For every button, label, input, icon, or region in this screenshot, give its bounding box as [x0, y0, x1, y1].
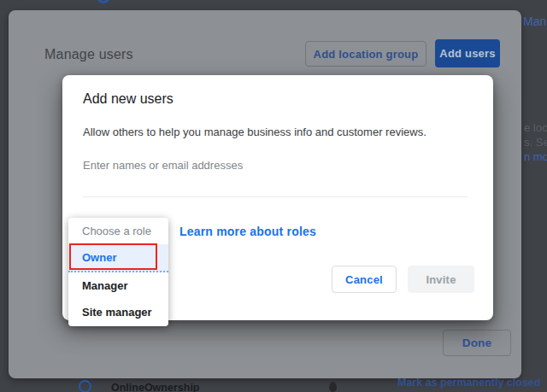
invite-button[interactable]: Invite — [408, 266, 474, 293]
location-status-icon — [79, 380, 91, 392]
role-option-placeholder[interactable]: Choose a role — [68, 218, 168, 244]
cancel-button[interactable]: Cancel — [332, 266, 397, 293]
dialog-title: Add new users — [83, 91, 174, 107]
learn-more-about-roles-link[interactable]: Learn more about roles — [179, 225, 316, 238]
role-option-owner[interactable]: Owner — [68, 244, 168, 272]
manage-users-heading: Manage users — [44, 47, 133, 62]
role-option-manager[interactable]: Manager — [68, 272, 168, 299]
divider — [83, 196, 468, 197]
done-button[interactable]: Done — [443, 330, 511, 356]
clipped-text-fragment: e loc — [524, 121, 547, 134]
role-dropdown-menu: Choose a role Owner Manager Site manager — [68, 218, 168, 326]
business-name-label: OnlineOwnership — [111, 382, 200, 392]
mark-permanently-closed-link[interactable]: Mark as permanently closed — [397, 377, 540, 389]
add-location-group-button[interactable]: Add location group — [305, 41, 426, 67]
business-avatar-icon — [97, 0, 110, 3]
page-background: Man Manage users Add location group Add … — [0, 0, 547, 392]
add-users-button[interactable]: Add users — [435, 39, 500, 67]
dialog-description: Allow others to help you manage business… — [83, 126, 426, 138]
map-pin-icon — [329, 382, 337, 392]
names-email-input[interactable] — [83, 155, 459, 174]
clipped-link-fragment[interactable]: n mo — [524, 150, 547, 163]
top-right-link-fragment[interactable]: Man — [523, 15, 546, 28]
clipped-text-fragment: s. Se — [524, 136, 547, 149]
role-option-site-manager[interactable]: Site manager — [68, 299, 168, 325]
